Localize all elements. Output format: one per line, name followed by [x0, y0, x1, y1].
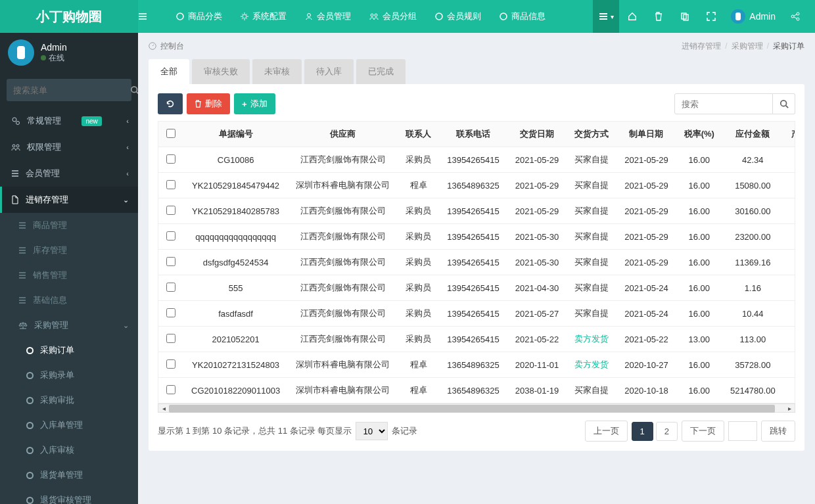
add-button[interactable]: +添加 — [234, 93, 275, 114]
pager-jump-button[interactable]: 跳转 — [761, 421, 795, 442]
circle-icon — [26, 447, 34, 454]
sidebar-leaf-5[interactable]: 退货单管理 — [0, 463, 138, 488]
cell: 2021-05-29 — [507, 198, 567, 224]
topnav-item-1[interactable]: 系统配置 — [231, 0, 296, 33]
sidebar-sub-3-2[interactable]: 销售管理 — [0, 263, 138, 288]
sidebar-item-2[interactable]: 会员管理‹ — [0, 160, 138, 187]
cell: 16.00 — [676, 198, 722, 224]
cell: 程卓 — [398, 173, 439, 198]
share-icon[interactable] — [782, 0, 808, 33]
circle-icon — [26, 497, 34, 504]
row-checkbox[interactable] — [166, 385, 175, 394]
user-menu[interactable]: Admin — [724, 0, 782, 33]
row-checkbox[interactable] — [166, 154, 175, 164]
home-icon[interactable] — [619, 0, 645, 33]
svg-point-18 — [780, 101, 786, 106]
balance-icon — [18, 321, 28, 329]
row-checkbox[interactable] — [166, 283, 175, 292]
table-row[interactable]: YK2105291840285783江西亮剑服饰有限公司采购员139542654… — [158, 198, 795, 224]
cell: 3 — [783, 301, 795, 327]
table-search-input[interactable] — [674, 93, 773, 114]
topnav-item-2[interactable]: 会员管理 — [296, 0, 360, 33]
tab-3[interactable]: 待入库 — [304, 59, 354, 84]
topnav-item-4[interactable]: 会员规则 — [426, 0, 490, 33]
search-icon[interactable] — [130, 85, 138, 95]
table-row[interactable]: 2021052201江西亮剑服饰有限公司采购员139542654152021-0… — [158, 327, 795, 352]
sidebar-sub-3-3[interactable]: 基础信息 — [0, 288, 138, 313]
pager-jump-input[interactable] — [728, 421, 757, 441]
cell: 16.00 — [676, 173, 722, 198]
topnav-item-3[interactable]: 会员分组 — [360, 0, 426, 33]
sidebar-leaf-2[interactable]: 采购审批 — [0, 388, 138, 413]
cell: 江西亮剑服饰有限公司 — [288, 198, 398, 224]
select-all-checkbox[interactable] — [166, 129, 175, 138]
pager-prev[interactable]: 上一页 — [585, 421, 628, 442]
row-checkbox[interactable] — [166, 257, 175, 266]
row-checkbox[interactable] — [166, 308, 175, 317]
sidebar-leaf-0[interactable]: 采购订单 — [0, 338, 138, 363]
table-row[interactable]: fasdfasdf江西亮剑服饰有限公司采购员139542654152021-05… — [158, 301, 795, 327]
refresh-button[interactable] — [158, 93, 183, 114]
table-row[interactable]: CG2010182209011003深圳市科睿电脑有限公司程卓136548963… — [158, 378, 795, 403]
tab-4[interactable]: 已完成 — [356, 59, 406, 84]
cell: 1000 — [783, 198, 795, 224]
table-row[interactable]: YK2105291845479442深圳市科睿电脑有限公司程卓136548963… — [158, 173, 795, 198]
tab-1[interactable]: 审核失败 — [192, 59, 250, 84]
col-header-7: 制单日期 — [617, 122, 676, 147]
row-checkbox[interactable] — [166, 359, 175, 369]
page-number-2[interactable]: 2 — [656, 422, 678, 441]
page-size-select[interactable]: 10 — [356, 422, 388, 440]
scroll-left-icon[interactable]: ◂ — [158, 404, 169, 412]
cell: 99 — [783, 250, 795, 275]
horizontal-scrollbar[interactable]: ◂ ▸ — [158, 403, 795, 413]
sidebar-leaf-6[interactable]: 退货审核管理 — [0, 488, 138, 504]
table-row[interactable]: 555江西亮剑服饰有限公司采购员139542654152021-04-30买家自… — [158, 275, 795, 301]
tab-0[interactable]: 全部 — [149, 59, 189, 84]
sidebar-item-3[interactable]: 进销存管理⌄ — [0, 187, 138, 213]
scroll-thumb[interactable] — [169, 405, 775, 413]
fullscreen-icon[interactable] — [698, 0, 724, 33]
table-row[interactable]: CG10086江西亮剑服饰有限公司采购员139542654152021-05-2… — [158, 147, 795, 173]
scroll-right-icon[interactable]: ▸ — [784, 404, 795, 412]
page-number-1[interactable]: 1 — [632, 422, 653, 441]
cell: 采购员 — [398, 147, 439, 173]
cell: 深圳市科睿电脑有限公司 — [288, 173, 398, 198]
cell: 16.00 — [676, 250, 722, 275]
delete-button[interactable]: 删除 — [187, 93, 230, 114]
topnav-item-0[interactable]: 商品分类 — [167, 0, 231, 33]
cell: 买家自提 — [567, 147, 617, 173]
sidebar-sub-3-1[interactable]: 库存管理 — [0, 238, 138, 263]
sidebar-search-input[interactable] — [7, 85, 130, 95]
table-row[interactable]: dsfgsdfg4524534江西亮剑服饰有限公司采购员139542654152… — [158, 250, 795, 275]
cell: 采购员 — [398, 250, 439, 275]
sidebar-toggle[interactable] — [138, 12, 167, 21]
tab-2[interactable]: 未审核 — [252, 59, 302, 84]
table-search-button[interactable] — [773, 93, 795, 114]
sidebar-sub-3-4[interactable]: 采购管理⌄ — [0, 313, 138, 338]
sidebar-leaf-4[interactable]: 入库审核 — [0, 438, 138, 463]
row-checkbox[interactable] — [166, 334, 175, 343]
cell: 16.00 — [676, 275, 722, 301]
sidebar-item-0[interactable]: 常规管理new‹ — [0, 108, 138, 134]
table-row[interactable]: qqqqqqqqqqqqqqqqq江西亮剑服饰有限公司采购员1395426541… — [158, 224, 795, 250]
trash-icon[interactable] — [645, 0, 672, 33]
breadcrumb-console[interactable]: 控制台 — [160, 41, 184, 52]
copy-icon[interactable] — [672, 0, 698, 33]
list-icon — [18, 221, 26, 229]
svg-point-11 — [797, 18, 799, 20]
pager-next[interactable]: 下一页 — [682, 421, 724, 442]
grid-menu-icon[interactable]: ▾ — [593, 0, 619, 33]
row-checkbox[interactable] — [166, 206, 175, 215]
cell: 买家自提 — [567, 224, 617, 250]
nav-icon — [176, 12, 184, 20]
topnav-item-5[interactable]: 商品信息 — [490, 0, 555, 33]
col-header-1: 单据编号 — [183, 122, 288, 147]
row-checkbox[interactable] — [166, 180, 175, 189]
sidebar-leaf-3[interactable]: 入库单管理 — [0, 413, 138, 438]
row-checkbox[interactable] — [166, 231, 175, 241]
sidebar-leaf-1[interactable]: 采购录单 — [0, 363, 138, 388]
brand-logo[interactable]: 小丁购物圈 — [0, 0, 138, 33]
sidebar-item-1[interactable]: 权限管理‹ — [0, 134, 138, 160]
table-row[interactable]: YK2010272131524803深圳市科睿电脑有限公司程卓136548963… — [158, 352, 795, 378]
sidebar-sub-3-0[interactable]: 商品管理 — [0, 213, 138, 238]
